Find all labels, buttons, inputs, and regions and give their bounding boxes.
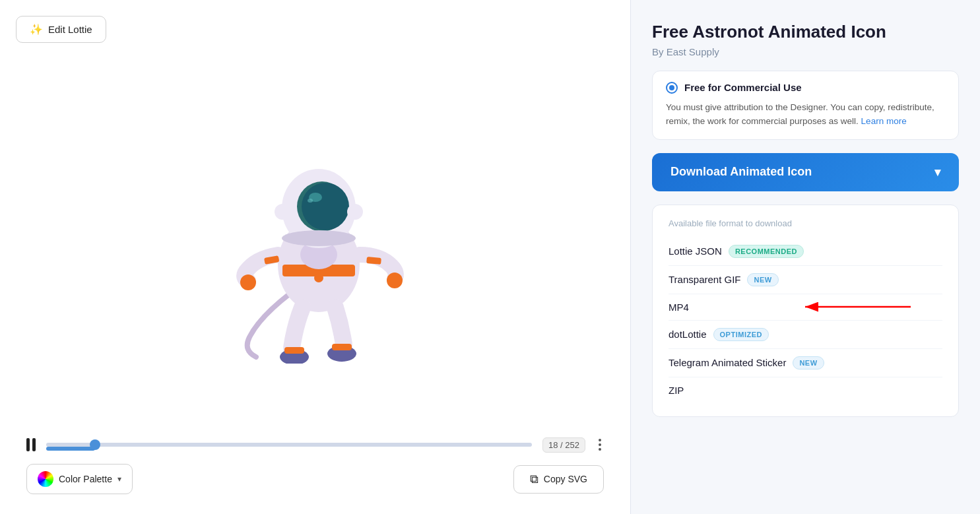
astronaut-preview-area bbox=[13, 13, 617, 436]
edit-lottie-button[interactable]: ✨ Edit Lottie bbox=[16, 16, 106, 43]
progress-track bbox=[46, 443, 532, 447]
right-panel: Free Astronot Animated Icon By East Supp… bbox=[630, 0, 980, 514]
format-item[interactable]: Transparent GIFNEW bbox=[669, 266, 942, 294]
frame-counter: 18 / 252 bbox=[542, 437, 585, 453]
format-badge: NEW bbox=[747, 273, 778, 286]
svg-rect-13 bbox=[366, 257, 381, 265]
format-name: Transparent GIF bbox=[669, 274, 740, 285]
pause-bar-left bbox=[26, 438, 30, 451]
color-palette-button[interactable]: Color Palette ▾ bbox=[26, 464, 133, 494]
action-row: Color Palette ▾ ⧉ Copy SVG bbox=[13, 464, 617, 494]
more-options-button[interactable] bbox=[596, 436, 604, 453]
progress-bar-container[interactable] bbox=[46, 443, 532, 447]
svg-point-10 bbox=[240, 274, 256, 290]
chevron-down-icon: ▾ bbox=[117, 474, 121, 484]
wand-icon: ✨ bbox=[30, 23, 43, 36]
svg-point-19 bbox=[347, 204, 363, 220]
astronaut-animation bbox=[210, 86, 421, 364]
icon-author: By East Supply bbox=[652, 46, 959, 57]
copy-svg-label: Copy SVG bbox=[544, 474, 587, 484]
download-chevron-icon: ▾ bbox=[934, 165, 940, 179]
left-panel: ✨ Edit Lottie bbox=[0, 0, 630, 514]
svg-rect-15 bbox=[284, 347, 304, 354]
progress-fill bbox=[46, 447, 95, 451]
license-title: Free for Commercial Use bbox=[684, 82, 802, 93]
format-badge: NEW bbox=[793, 356, 824, 369]
svg-point-9 bbox=[282, 230, 356, 246]
progress-thumb[interactable] bbox=[90, 439, 100, 450]
bottom-controls: 18 / 252 Color Palette ▾ ⧉ Copy SVG bbox=[13, 436, 617, 501]
format-name: Lottie JSON bbox=[669, 245, 722, 257]
pause-bar-right bbox=[32, 438, 36, 451]
svg-point-18 bbox=[275, 204, 290, 220]
format-item[interactable]: MP4 bbox=[669, 294, 942, 321]
download-animated-icon-button[interactable]: Download Animated Icon ▾ bbox=[652, 153, 959, 191]
format-badge: OPTIMIZED bbox=[713, 328, 769, 341]
icon-title: Free Astronot Animated Icon bbox=[652, 21, 959, 44]
formats-title: Available file format to download bbox=[669, 218, 942, 228]
format-badge: RECOMMENDED bbox=[729, 245, 804, 258]
license-header: Free for Commercial Use bbox=[666, 82, 945, 94]
icon-info: Free Astronot Animated Icon By East Supp… bbox=[652, 21, 959, 57]
format-item[interactable]: Lottie JSONRECOMMENDED bbox=[669, 238, 942, 266]
color-palette-label: Color Palette bbox=[59, 474, 112, 484]
copy-svg-button[interactable]: ⧉ Copy SVG bbox=[513, 465, 604, 494]
license-description: You must give attribution to the Designe… bbox=[666, 100, 945, 129]
svg-point-3 bbox=[314, 273, 323, 282]
license-section: Free for Commercial Use You must give at… bbox=[652, 71, 959, 140]
download-button-label: Download Animated Icon bbox=[670, 165, 812, 179]
format-name: ZIP bbox=[669, 385, 684, 396]
playback-row: 18 / 252 bbox=[13, 436, 617, 453]
format-name: dotLottie bbox=[669, 329, 707, 340]
format-item[interactable]: dotLottieOPTIMIZED bbox=[669, 321, 942, 349]
pause-button[interactable] bbox=[26, 438, 36, 451]
copy-icon: ⧉ bbox=[530, 472, 539, 486]
formats-list: Lottie JSONRECOMMENDEDTransparent GIFNEW… bbox=[669, 238, 942, 403]
learn-more-link[interactable]: Learn more bbox=[861, 116, 907, 126]
radio-icon bbox=[666, 82, 678, 94]
format-item[interactable]: ZIP bbox=[669, 377, 942, 403]
format-name: Telegram Animated Sticker bbox=[669, 357, 786, 368]
palette-icon bbox=[38, 471, 53, 487]
formats-section: Available file format to download Lottie… bbox=[652, 205, 959, 417]
edit-lottie-label: Edit Lottie bbox=[48, 24, 92, 35]
format-name: MP4 bbox=[669, 302, 689, 313]
svg-rect-17 bbox=[332, 344, 352, 350]
svg-point-11 bbox=[387, 273, 403, 288]
svg-point-8 bbox=[308, 199, 313, 203]
svg-point-6 bbox=[302, 183, 349, 230]
format-item[interactable]: Telegram Animated StickerNEW bbox=[669, 349, 942, 377]
